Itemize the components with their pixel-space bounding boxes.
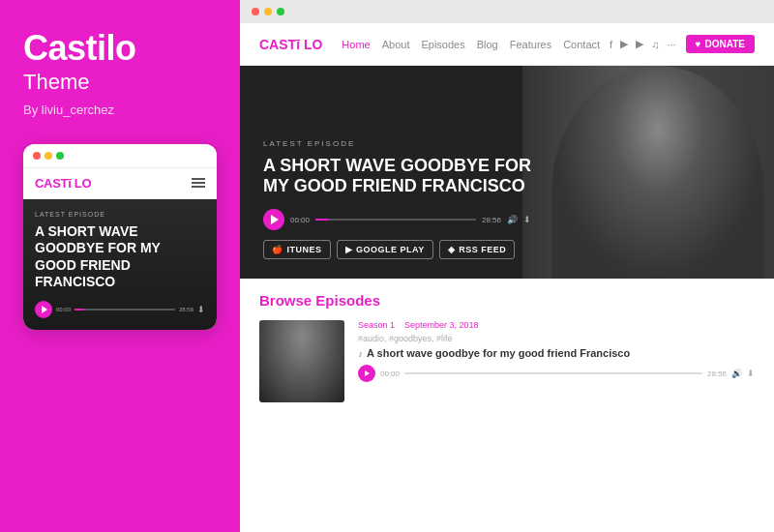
social-icons: f ▶ ▶ ♫ ··· bbox=[610, 38, 675, 50]
brand-subtitle: Theme bbox=[23, 70, 89, 95]
browse-heading-text: Browse bbox=[259, 292, 312, 309]
youtube-icon[interactable]: ▶ bbox=[636, 38, 643, 50]
browse-heading: Browse Episodes bbox=[259, 292, 755, 309]
episode-info: Season 1 September 3, 2018 #audio, #good… bbox=[358, 320, 755, 402]
mobile-progress-fill bbox=[74, 309, 84, 310]
nav-links: Home About Episodes Blog Features Contac… bbox=[342, 39, 610, 50]
brand-title: Castilo bbox=[23, 29, 136, 68]
spotify-icon[interactable]: ♫ bbox=[651, 39, 659, 50]
mobile-topbar bbox=[23, 144, 217, 168]
play-triangle-icon bbox=[42, 306, 47, 313]
hero-content: LATEST EPISODE A SHORT WAVE GOODBYE FOR … bbox=[263, 139, 531, 259]
episode-title: ♪ A short wave goodbye for my good frien… bbox=[358, 347, 755, 359]
google-play-button[interactable]: ▶ GOOGLE PLAY bbox=[337, 240, 433, 259]
mobile-progress-bar[interactable] bbox=[74, 309, 175, 310]
episode-download-icon[interactable]: ⬇ bbox=[747, 369, 755, 378]
episode-play-icon bbox=[365, 370, 370, 376]
mobile-time-end: 28:56 bbox=[179, 307, 194, 312]
site-logo: CASTī LO bbox=[259, 37, 322, 52]
nav-about[interactable]: About bbox=[382, 39, 410, 50]
browser-chrome bbox=[240, 0, 774, 23]
rss-label: RSS FEED bbox=[459, 245, 506, 254]
episode-date: September 3, 2018 bbox=[404, 320, 479, 330]
hero-player: 00:00 28:56 🔊 ⬇ bbox=[263, 209, 531, 230]
facebook-icon[interactable]: f bbox=[610, 39, 612, 50]
hero-progress-bar[interactable] bbox=[315, 219, 476, 221]
mobile-play-button[interactable] bbox=[35, 301, 52, 318]
hamburger-line bbox=[192, 186, 205, 188]
hamburger-line bbox=[192, 182, 205, 184]
mobile-hero: LATEST EPISODE A SHORT WAVE GOODBYE FOR … bbox=[23, 199, 217, 330]
browser-dot-green bbox=[277, 8, 284, 15]
donate-icon: ♥ bbox=[696, 39, 701, 49]
mobile-navbar: CASTī LO bbox=[23, 168, 217, 199]
itunes-label: ITUNES bbox=[287, 245, 322, 254]
nav-features[interactable]: Features bbox=[510, 39, 551, 50]
browse-heading-accent: Episodes bbox=[315, 292, 380, 309]
episode-play-button[interactable] bbox=[358, 365, 375, 382]
hero-play-button[interactable] bbox=[263, 209, 284, 230]
nav-home[interactable]: Home bbox=[342, 39, 370, 50]
mobile-ep-title: A SHORT WAVE GOODBYE FOR MY GOOD FRIEND … bbox=[35, 223, 205, 291]
browse-section: Browse Episodes Season 1 September 3, 20… bbox=[240, 279, 774, 532]
episode-progress-bar[interactable] bbox=[404, 372, 702, 374]
hero-title-line2: MY GOOD FRIEND FRANCISCO bbox=[263, 176, 531, 197]
brand-author: By liviu_cerchez bbox=[23, 103, 114, 117]
episode-meta: Season 1 September 3, 2018 bbox=[358, 320, 755, 330]
site-logo-main: CAST bbox=[259, 37, 296, 52]
mobile-logo-suffix: LO bbox=[72, 176, 92, 191]
nav-contact[interactable]: Contact bbox=[563, 39, 600, 50]
apple-icon: 🍎 bbox=[272, 245, 283, 254]
play-store-icon[interactable]: ▶ bbox=[620, 38, 628, 50]
volume-icon[interactable]: 🔊 bbox=[507, 215, 518, 224]
hero-time-end: 28:56 bbox=[482, 216, 501, 224]
music-note-icon: ♪ bbox=[358, 348, 363, 359]
hamburger-menu[interactable] bbox=[192, 178, 205, 188]
mobile-logo-main: CAST bbox=[35, 176, 68, 191]
nav-blog[interactable]: Blog bbox=[477, 39, 498, 50]
episode-title-text: A short wave goodbye for my good friend … bbox=[367, 347, 630, 359]
site-logo-suffix: LO bbox=[300, 37, 322, 52]
episode-season: Season 1 bbox=[358, 320, 395, 330]
episode-time-start: 00:00 bbox=[380, 369, 400, 378]
mobile-mockup: CASTī LO LATEST EPISODE A SHORT WAVE GOO… bbox=[23, 144, 217, 330]
dot-green bbox=[56, 152, 64, 160]
mobile-time-start: 00:00 bbox=[56, 307, 71, 312]
site-navbar: CASTī LO Home About Episodes Blog Featur… bbox=[240, 23, 774, 66]
hero-person bbox=[551, 66, 764, 279]
hero-title-line1: A SHORT WAVE GOODBYE FOR bbox=[263, 156, 531, 177]
platform-buttons: 🍎 ITUNES ▶ GOOGLE PLAY ◈ RSS FEED bbox=[263, 240, 531, 259]
mobile-player: 00:00 28:56 ⬇ bbox=[35, 301, 205, 318]
hero-section: LATEST EPISODE A SHORT WAVE GOODBYE FOR … bbox=[240, 66, 774, 279]
dot-red bbox=[33, 152, 41, 160]
hero-background bbox=[522, 66, 774, 279]
left-panel: Castilo Theme By liviu_cerchez CASTī LO … bbox=[0, 0, 240, 532]
mobile-download-icon[interactable]: ⬇ bbox=[197, 305, 205, 314]
donate-button[interactable]: ♥ DONATE bbox=[686, 35, 755, 53]
hero-play-icon bbox=[271, 215, 279, 224]
rss-icon: ◈ bbox=[448, 245, 456, 254]
hero-ep-label: LATEST EPISODE bbox=[263, 139, 531, 148]
hero-time-start: 00:00 bbox=[290, 216, 310, 224]
episode-thumbnail bbox=[259, 320, 344, 402]
more-icon[interactable]: ··· bbox=[667, 39, 675, 50]
episode-list: Season 1 September 3, 2018 #audio, #good… bbox=[259, 320, 755, 402]
hero-title: A SHORT WAVE GOODBYE FOR MY GOOD FRIEND … bbox=[263, 156, 531, 197]
nav-episodes[interactable]: Episodes bbox=[421, 39, 464, 50]
itunes-button[interactable]: 🍎 ITUNES bbox=[263, 240, 331, 259]
episode-time-end: 28:56 bbox=[707, 369, 727, 378]
thumb-person-image bbox=[259, 320, 344, 402]
rss-button[interactable]: ◈ RSS FEED bbox=[439, 240, 516, 259]
episode-player: 00:00 28:56 🔊 ⬇ bbox=[358, 365, 755, 382]
google-play-label: GOOGLE PLAY bbox=[356, 245, 425, 254]
right-panel: CASTī LO Home About Episodes Blog Featur… bbox=[240, 0, 774, 532]
episode-volume-icon[interactable]: 🔊 bbox=[731, 369, 742, 378]
browser-dot-red bbox=[252, 8, 259, 15]
donate-label: DONATE bbox=[705, 39, 745, 49]
download-icon[interactable]: ⬇ bbox=[523, 215, 531, 224]
hero-progress-fill bbox=[315, 219, 328, 221]
mobile-logo: CASTī LO bbox=[35, 176, 91, 191]
mobile-ep-label: LATEST EPISODE bbox=[35, 211, 205, 218]
hamburger-line bbox=[192, 178, 205, 180]
dot-yellow bbox=[45, 152, 52, 160]
